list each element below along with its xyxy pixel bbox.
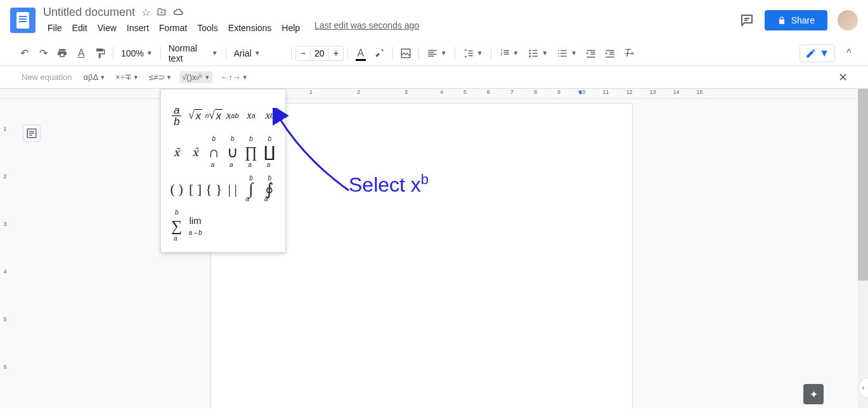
document-area [10, 99, 858, 408]
relations-dropdown[interactable]: ≤≠⊃▼ [146, 71, 174, 83]
last-edit-link[interactable]: Last edit was seconds ago [314, 20, 419, 36]
insert-image-button[interactable] [397, 44, 415, 62]
font-size-value[interactable]: 20 [310, 48, 329, 58]
math-sub-super[interactable]: xab [223, 97, 242, 134]
math-sqrt[interactable]: √x [186, 97, 204, 134]
toolbar: ↶ ↷ A 100%▼ Normal text▼ Arial▼ − 20 + A… [0, 41, 868, 66]
outline-toggle-icon[interactable] [23, 124, 41, 142]
indent-increase-button[interactable] [601, 44, 619, 62]
operators-dropdown[interactable]: ×÷∓▼ [113, 71, 141, 83]
math-sum[interactable]: ∑ba [167, 208, 186, 244]
menu-extensions[interactable]: Extensions [224, 20, 276, 36]
equation-toolbar: New equation αβΔ▼ ×÷∓▼ ≤≠⊃▼ √()x₀ᵇ▼ ←↑→▼… [0, 66, 868, 89]
menu-help[interactable]: Help [277, 20, 304, 36]
highlight-button[interactable] [371, 44, 389, 62]
math-bars[interactable]: | | [223, 171, 242, 208]
checklist-dropdown[interactable]: ▼ [495, 44, 523, 62]
spellcheck-button[interactable]: A [72, 44, 90, 62]
math-limit[interactable]: lima→b [186, 208, 204, 244]
menu-insert[interactable]: Insert [122, 20, 153, 36]
math-operations-panel: ab √x n√x xab xa xb x̄ x̂ ∩ba ∪ba ∏ba ∐b… [160, 89, 286, 253]
menu-file[interactable]: File [43, 20, 67, 36]
math-coproduct[interactable]: ∐ba [261, 134, 279, 171]
align-dropdown[interactable]: ▼ [423, 44, 451, 62]
math-superscript[interactable]: xb [261, 97, 279, 134]
ruler-indent-marker[interactable]: ▼ [577, 89, 583, 96]
user-avatar[interactable] [838, 10, 858, 30]
bullet-list-dropdown[interactable]: ▼ [524, 44, 552, 62]
math-xhat[interactable]: x̂ [186, 134, 204, 171]
font-size-control: − 20 + [295, 46, 344, 61]
line-spacing-dropdown[interactable]: ▼ [459, 44, 487, 62]
menu-format[interactable]: Format [155, 20, 191, 36]
math-braces[interactable]: { } [205, 171, 223, 208]
font-size-increase[interactable]: + [329, 46, 343, 60]
svg-point-2 [529, 52, 531, 54]
math-subscript[interactable]: xa [242, 97, 260, 134]
share-button[interactable]: Share [765, 10, 827, 30]
style-dropdown[interactable]: Normal text▼ [165, 44, 222, 62]
comments-icon[interactable] [739, 13, 755, 28]
math-ops-dropdown[interactable]: √()x₀ᵇ▼ [179, 71, 212, 83]
math-xbar[interactable]: x̄ [167, 134, 186, 171]
redo-button[interactable]: ↷ [34, 44, 52, 62]
menu-tools[interactable]: Tools [193, 20, 223, 36]
undo-button[interactable]: ↶ [15, 44, 33, 62]
vertical-scrollbar[interactable] [858, 89, 868, 408]
clear-format-button[interactable]: T× [620, 44, 638, 62]
cloud-icon[interactable] [173, 8, 185, 17]
share-label: Share [791, 15, 815, 25]
math-union[interactable]: ∪ba [223, 134, 242, 171]
math-intersection[interactable]: ∩ba [205, 134, 223, 171]
move-icon[interactable] [157, 7, 167, 17]
font-dropdown[interactable]: Arial▼ [230, 44, 287, 62]
scroll-thumb[interactable] [858, 89, 868, 281]
svg-point-1 [529, 50, 531, 51]
print-button[interactable] [53, 44, 71, 62]
math-nth-root[interactable]: n√x [205, 97, 223, 134]
math-contour-integral[interactable]: ∮ba [261, 171, 279, 208]
arrows-dropdown[interactable]: ←↑→▼ [217, 71, 250, 83]
math-brackets[interactable]: [ ] [186, 171, 204, 208]
math-parens[interactable]: ( ) [167, 171, 186, 208]
menu-bar: File Edit View Insert Format Tools Exten… [43, 20, 739, 36]
editing-mode-dropdown[interactable]: ▼ [800, 44, 835, 62]
close-equation-bar[interactable]: ✕ [836, 68, 850, 87]
zoom-dropdown[interactable]: 100%▼ [117, 44, 157, 62]
indent-decrease-button[interactable] [582, 44, 600, 62]
greek-letters-dropdown[interactable]: αβΔ▼ [81, 71, 108, 83]
menu-edit[interactable]: Edit [68, 20, 92, 36]
math-product[interactable]: ∏ba [242, 134, 260, 171]
number-list-dropdown[interactable]: ▼ [553, 44, 581, 62]
horizontal-ruler[interactable]: 1 2 3 4 5 6 7 8 9 10 11 12 13 14 15 ▼ [0, 89, 868, 99]
new-equation-button[interactable]: New equation [18, 70, 76, 84]
explore-button[interactable]: ✦ [803, 384, 824, 404]
math-integral[interactable]: ∫ba [242, 171, 260, 208]
document-title[interactable]: Untitled document [43, 6, 135, 19]
collapse-toolbar-button[interactable]: ^ [840, 44, 858, 62]
title-bar: Untitled document ☆ File Edit View Inser… [0, 0, 868, 41]
text-color-button[interactable]: A [352, 44, 370, 62]
docs-logo[interactable] [10, 8, 36, 33]
star-icon[interactable]: ☆ [141, 6, 150, 18]
svg-point-3 [529, 55, 531, 57]
menu-view[interactable]: View [93, 20, 121, 36]
font-size-decrease[interactable]: − [296, 46, 310, 60]
paint-format-button[interactable] [91, 44, 109, 62]
vertical-ruler[interactable]: 1 2 3 4 5 6 [0, 99, 10, 408]
math-fraction[interactable]: ab [167, 97, 186, 134]
